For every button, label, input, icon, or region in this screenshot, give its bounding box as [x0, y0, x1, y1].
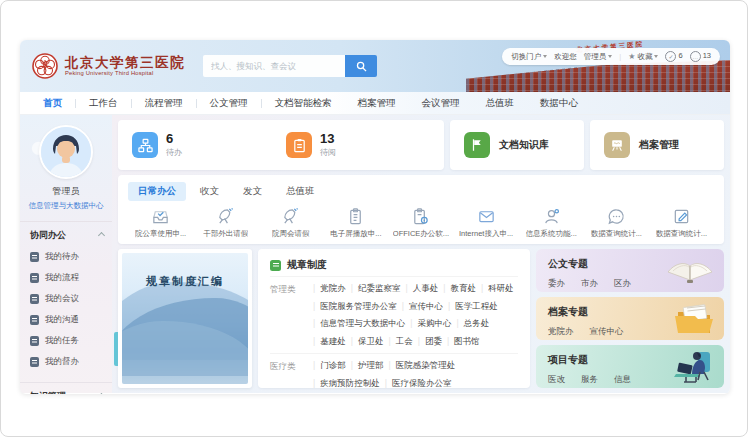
- archive-card[interactable]: 档案管理: [590, 120, 724, 170]
- rule-link[interactable]: 党院办: [308, 282, 346, 296]
- special-link[interactable]: 区办: [614, 278, 631, 290]
- shortcut-internet-access[interactable]: Internet接入申...: [454, 207, 519, 239]
- rule-link[interactable]: 医学工程处: [443, 300, 498, 314]
- todo-stat[interactable]: 6待办: [132, 132, 276, 158]
- rulebook-cover[interactable]: 规章制度汇编: [118, 249, 252, 388]
- tab-incoming-doc[interactable]: 收文: [190, 182, 229, 201]
- shortcut-weekly-meeting-leave[interactable]: 院周会请假: [258, 207, 323, 239]
- switch-portal-button[interactable]: 切换门户: [511, 52, 547, 62]
- main-content: 6待办 13待阅 文档知识库: [112, 115, 730, 393]
- chevron-down-icon: [608, 55, 612, 58]
- nav-item-duty[interactable]: 总值班: [473, 97, 528, 110]
- rule-link[interactable]: 工会: [383, 335, 412, 349]
- toread-count: 13: [320, 132, 336, 146]
- special-link[interactable]: 信息: [614, 374, 631, 386]
- nav-item-meetings[interactable]: 会议管理: [409, 97, 473, 110]
- shortcut-data-query-stats-1[interactable]: 数据查询统计...: [584, 207, 649, 239]
- shortcut-seal-request[interactable]: 院公章使用申...: [128, 207, 193, 239]
- nav-item-documents[interactable]: 公文管理: [197, 97, 261, 110]
- tab-outgoing-doc[interactable]: 发文: [233, 182, 272, 201]
- search-input[interactable]: [203, 55, 345, 77]
- rules-links: 党院办纪委监察室人事处教育处科研处医院服务管理办公室宣传中心医学工程处信息管理与…: [308, 282, 518, 348]
- nav-item-doc-search[interactable]: 文档智能检索: [262, 97, 345, 110]
- rule-link[interactable]: 团委: [413, 335, 442, 349]
- rule-link[interactable]: 信息管理与大数据中心: [308, 317, 405, 331]
- sidebar-username: 管理员: [20, 185, 112, 198]
- document-icon: [30, 336, 39, 346]
- rules-row-medical: 医疗类 门诊部护理部医院感染管理处疾病预防控制处医疗保险办公室: [270, 353, 518, 388]
- rule-link[interactable]: 保卫处: [346, 335, 384, 349]
- sidebar-item[interactable]: 我的会议: [30, 288, 104, 309]
- avatar: [39, 125, 93, 179]
- sidebar-item[interactable]: 我的待办: [30, 246, 104, 267]
- flag-icon: [464, 132, 490, 158]
- person-icon: [542, 207, 561, 226]
- rule-link[interactable]: 纪委监察室: [346, 282, 401, 296]
- doc-knowledge-base-label: 文档知识库: [499, 138, 549, 152]
- special-link[interactable]: 宣传中心: [590, 326, 624, 338]
- rule-link[interactable]: 采购中心: [405, 317, 451, 331]
- sidebar-item[interactable]: 我的沟通: [30, 309, 104, 330]
- tab-duty[interactable]: 总值班: [276, 182, 325, 201]
- nav-item-data-center[interactable]: 数据中心: [527, 97, 591, 110]
- special-official-docs[interactable]: 公文专题 委办市办区办: [536, 249, 724, 292]
- sidebar-department-link[interactable]: 信息管理与大数据中心: [20, 201, 112, 211]
- rule-link[interactable]: 疾病预防控制处: [308, 377, 380, 388]
- shortcut-office-software[interactable]: OFFICE办公软...: [388, 207, 453, 239]
- doc-knowledge-base-card[interactable]: 文档知识库: [450, 120, 584, 170]
- rule-link[interactable]: 科研处: [476, 282, 514, 296]
- nav-item-workbench[interactable]: 工作台: [76, 97, 131, 110]
- rule-link[interactable]: 总务处: [451, 317, 489, 331]
- nav-item-process[interactable]: 流程管理: [132, 97, 196, 110]
- toread-stat[interactable]: 13待阅: [286, 132, 430, 158]
- todo-counter[interactable]: ✓6: [665, 51, 682, 62]
- special-projects[interactable]: 项目专题 医改服务信息: [536, 345, 724, 388]
- rule-link[interactable]: 医疗保险办公室: [380, 377, 452, 388]
- sidebar-item[interactable]: 我的任务: [30, 330, 104, 351]
- sidebar-item-label: 我的督办: [45, 356, 79, 368]
- green-book-icon: [270, 260, 281, 271]
- rule-link[interactable]: 医院服务管理办公室: [308, 300, 397, 314]
- rule-link[interactable]: 门诊部: [308, 359, 346, 373]
- special-link[interactable]: 委办: [548, 278, 565, 290]
- rule-link[interactable]: 医院感染管理处: [383, 359, 455, 373]
- rule-link[interactable]: 人事处: [400, 282, 438, 296]
- document-icon: [30, 357, 39, 367]
- shortcut-info-system-function[interactable]: 信息系统功能...: [519, 207, 584, 239]
- special-link[interactable]: 市办: [581, 278, 598, 290]
- nav-item-archive[interactable]: 档案管理: [345, 97, 409, 110]
- search-button[interactable]: [345, 55, 377, 77]
- sidebar-item-label: 我的待办: [45, 251, 79, 263]
- special-link[interactable]: 党院办: [548, 326, 574, 338]
- global-search: [203, 55, 377, 77]
- shortcut-cadre-leave[interactable]: 干部外出请假: [193, 207, 258, 239]
- section-header-knowledge[interactable]: 知识管理: [30, 390, 104, 394]
- sidebar-item[interactable]: 我的流程: [30, 267, 104, 288]
- shortcuts-panel: 日常办公 收文 发文 总值班 院公章使用申... 干部外出请假: [118, 175, 724, 244]
- hospital-emblem-icon: [32, 53, 58, 79]
- sidebar-item-label: 我的流程: [45, 272, 79, 284]
- rules-row-management: 管理类 党院办纪委监察室人事处教育处科研处医院服务管理办公室宣传中心医学工程处信…: [270, 276, 518, 353]
- rulebook-cover-wrap: 规章制度汇编: [118, 249, 252, 388]
- special-link[interactable]: 服务: [581, 374, 598, 386]
- special-link[interactable]: 医改: [548, 374, 565, 386]
- username-menu[interactable]: 管理员: [584, 52, 613, 62]
- nav-item-home[interactable]: 首页: [30, 97, 75, 110]
- message-counter[interactable]: …13: [690, 51, 711, 62]
- section-header-collab[interactable]: 协同办公: [30, 229, 104, 242]
- tab-daily-office[interactable]: 日常办公: [128, 182, 186, 201]
- chevron-up-icon: [98, 232, 105, 239]
- rule-link[interactable]: 基建处: [308, 335, 346, 349]
- rule-link[interactable]: 护理部: [346, 359, 384, 373]
- special-archives[interactable]: 档案专题 党院办宣传中心: [536, 297, 724, 340]
- document-icon: [30, 294, 39, 304]
- rule-link[interactable]: 图书馆: [442, 335, 480, 349]
- shortcut-led-screen-request[interactable]: 电子屏播放申...: [323, 207, 388, 239]
- sidebar-item[interactable]: 我的督办: [30, 351, 104, 372]
- hospital-logo: 北京大学第三医院 Peking University Third Hospita…: [32, 53, 185, 79]
- rule-link[interactable]: 教育处: [438, 282, 476, 296]
- rule-link[interactable]: 宣传中心: [397, 300, 443, 314]
- shortcut-data-query-stats-2[interactable]: 数据查询统计...: [649, 207, 714, 239]
- favorites-menu[interactable]: ★ 收藏: [628, 52, 658, 62]
- rules-links: 门诊部护理部医院感染管理处疾病预防控制处医疗保险办公室: [308, 359, 518, 388]
